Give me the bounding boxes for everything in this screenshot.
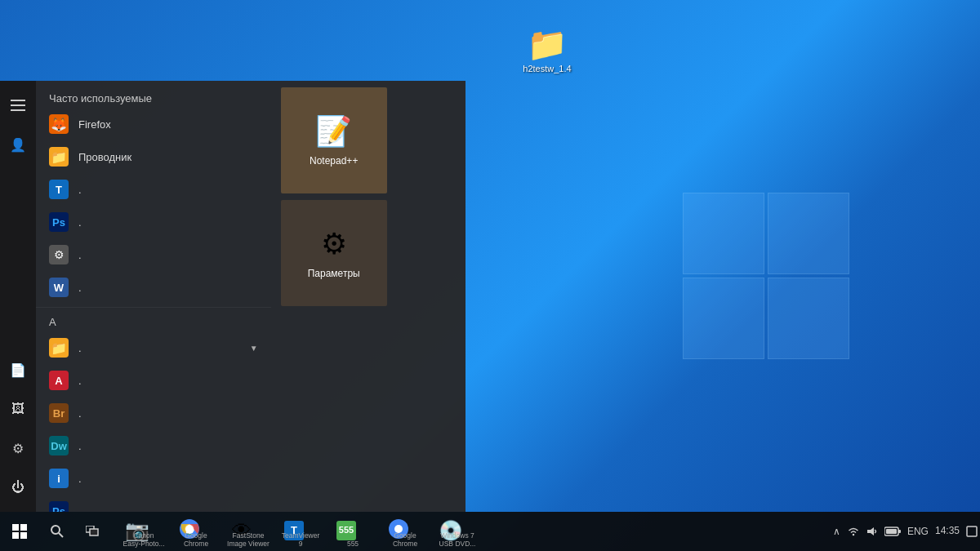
clock-time: 14:35 [935,525,960,538]
taskview-icon [86,526,100,537]
tiles-row-1: 📝 Notepad++ [281,87,456,193]
svg-rect-7 [90,529,98,535]
app-item-info[interactable]: i . [36,462,271,495]
svg-rect-16 [886,529,897,534]
win7usb-icon: 💿 [439,521,463,540]
sidebar-profile[interactable]: 👤 [0,127,36,162]
taskbar-chrome[interactable] [163,512,216,551]
search-button[interactable] [39,512,75,551]
chrome-icon [180,519,199,541]
app-item-a1[interactable]: 📁 . ▼ [36,331,271,364]
battery-icon [884,527,901,536]
taskbar-faststone[interactable]: 👁 [216,512,268,551]
svg-rect-17 [967,527,977,536]
dw-label: . [78,440,258,452]
tiles-area: 📝 Notepad++ ⚙ Параметры [271,81,466,512]
settings-tile-label: Параметры [308,268,360,279]
tray-notifications[interactable] [964,512,980,551]
tray-lang[interactable]: ENG [905,512,931,551]
tray-volume[interactable] [864,512,880,551]
desktop-icon-h2testw[interactable]: 📁 h2testw_1.4 [514,24,580,77]
start-main: Часто используемые 🦊 Firefox 📁 Проводник… [36,81,466,512]
word-label: . [78,282,258,294]
start-button[interactable] [0,512,39,551]
sidebar-documents[interactable]: 📄 [0,352,36,388]
settings2-icon: ⚙ [49,245,69,264]
tile-settings[interactable]: ⚙ Параметры [281,200,387,306]
h2testw-icon: 📁 [527,28,568,60]
a2-label: . [78,375,258,387]
taskbar-555[interactable]: 555 [320,512,372,551]
hamburger-icon [4,93,32,118]
svg-point-10 [185,525,194,533]
chrome-svg [180,519,199,539]
a1-label: . [78,342,240,354]
settings-tile-icon: ⚙ [321,227,347,261]
explorer-icon: 📁 [49,147,69,167]
svg-rect-15 [898,530,901,533]
sidebar-pictures[interactable]: 🖼 [0,391,36,427]
windows-logo [683,193,849,359]
sidebar-settings[interactable]: ⚙ [0,430,36,466]
app-item-a2[interactable]: A . [36,364,271,397]
a1-expand: ▼ [250,344,258,353]
app-list[interactable]: Часто используемые 🦊 Firefox 📁 Проводник… [36,81,271,512]
teamviewer-label: . [78,184,258,196]
tray-clock[interactable]: 14:35 [933,512,962,551]
canon-icon: 📷 [125,521,149,540]
taskview-button[interactable] [75,512,111,551]
notepad-tile-label: Notepad++ [310,155,358,167]
tiles-row-2: ⚙ Параметры [281,200,456,306]
taskbar-chrome2[interactable] [372,512,425,551]
app-item-word[interactable]: W . [36,271,271,304]
tray-network[interactable] [844,512,862,551]
ps2-label: . [78,505,258,513]
tray-battery[interactable] [882,512,903,551]
app-item-bridge[interactable]: Br . [36,397,271,429]
settings2-label: . [78,249,258,261]
app-item-ps2[interactable]: Ps . [36,495,271,512]
start-content: Часто используемые 🦊 Firefox 📁 Проводник… [36,81,466,512]
taskbar-teamviewer[interactable]: T [268,512,320,551]
notepad-tile-icon: 📝 [315,114,352,149]
firefox-label: Firefox [78,118,258,131]
app-item-photoshop[interactable]: Ps . [36,206,271,238]
photoshop-icon: Ps [49,212,69,232]
volume-icon [866,526,878,537]
tile-notepad[interactable]: 📝 Notepad++ [281,87,387,193]
svg-rect-0 [12,524,19,531]
teamviewer-icon: T [49,180,69,199]
sidebar-power[interactable]: ⏻ [0,469,36,505]
teamviewer-taskbar-icon: T [284,521,304,540]
firefox-icon: 🦊 [49,114,69,134]
info-label: . [78,473,258,485]
start-sidebar: 👤 📄 🖼 ⚙ ⏻ [0,81,36,512]
network-icon [847,527,860,536]
ps2-icon: Ps [49,501,69,512]
app-item-firefox[interactable]: 🦊 Firefox [36,108,271,140]
app-item-teamviewer[interactable]: T . [36,173,271,206]
tray-area: ∧ ENG [831,512,980,551]
a2-icon: A [49,371,69,390]
svg-point-4 [51,526,60,534]
chrome2-svg [389,519,408,539]
frequently-used-header: Часто используемые [36,87,271,108]
bridge-icon: Br [49,403,69,423]
windows-start-icon [12,524,27,539]
search-icon [51,525,64,538]
photoshop-label: . [78,216,258,229]
app-item-settings2[interactable]: ⚙ . [36,238,271,271]
taskbar-win7usb[interactable]: 💿 [425,512,477,551]
svg-rect-2 [12,532,19,539]
taskbar-canon[interactable]: 📷 [111,512,163,551]
app-item-explorer[interactable]: 📁 Проводник [36,140,271,173]
bridge-label: . [78,407,258,420]
tray-chevron[interactable]: ∧ [831,512,843,551]
start-menu: 👤 📄 🖼 ⚙ ⏻ Часто используемые 🦊 Firefox [0,81,466,512]
sidebar-hamburger[interactable] [0,87,36,123]
dw-icon: Dw [49,436,69,455]
svg-rect-3 [20,532,27,539]
notification-icon [966,526,978,537]
chrome2-icon [389,519,408,541]
app-item-dw[interactable]: Dw . [36,429,271,462]
